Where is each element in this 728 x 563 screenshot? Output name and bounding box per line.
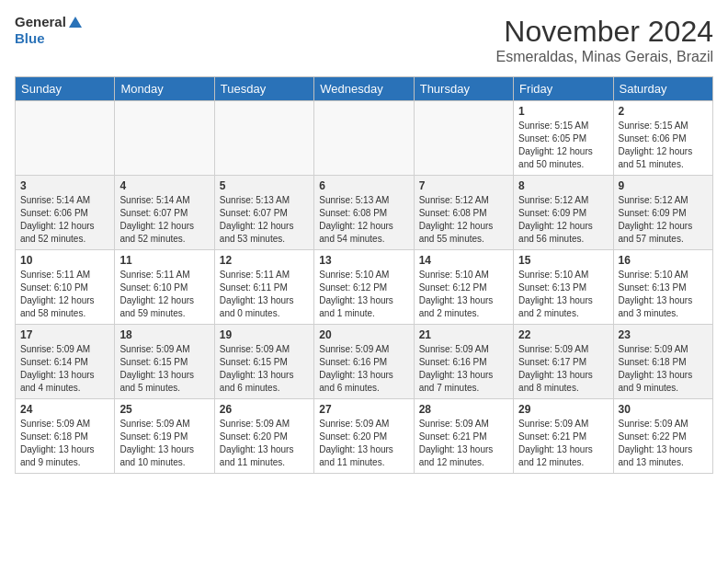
col-header-tuesday: Tuesday [214, 77, 313, 101]
day-number: 11 [119, 254, 209, 267]
calendar-cell: 14Sunrise: 5:10 AM Sunset: 6:12 PM Dayli… [414, 250, 513, 325]
logo-blue: Blue [15, 31, 84, 47]
day-number: 22 [518, 328, 608, 341]
calendar-cell [16, 101, 115, 176]
day-number: 27 [319, 403, 408, 416]
col-header-monday: Monday [115, 77, 214, 101]
calendar-cell: 20Sunrise: 5:09 AM Sunset: 6:16 PM Dayli… [314, 325, 414, 399]
day-info: Sunrise: 5:14 AM Sunset: 6:07 PM Dayligh… [119, 194, 209, 246]
day-number: 15 [518, 254, 608, 267]
day-number: 8 [518, 179, 608, 192]
logo-text: General Blue [15, 15, 84, 47]
calendar-cell [214, 101, 313, 176]
calendar-cell: 30Sunrise: 5:09 AM Sunset: 6:22 PM Dayli… [613, 399, 712, 474]
day-number: 19 [220, 328, 309, 341]
calendar-cell: 17Sunrise: 5:09 AM Sunset: 6:14 PM Dayli… [16, 325, 115, 399]
calendar-cell: 26Sunrise: 5:09 AM Sunset: 6:20 PM Dayli… [214, 399, 313, 474]
calendar-week-row: 17Sunrise: 5:09 AM Sunset: 6:14 PM Dayli… [16, 325, 713, 399]
day-info: Sunrise: 5:09 AM Sunset: 6:15 PM Dayligh… [220, 343, 309, 395]
month-title: November 2024 [495, 15, 713, 49]
calendar-cell: 25Sunrise: 5:09 AM Sunset: 6:19 PM Dayli… [115, 399, 214, 474]
day-info: Sunrise: 5:10 AM Sunset: 6:12 PM Dayligh… [319, 269, 408, 320]
calendar-cell: 3Sunrise: 5:14 AM Sunset: 6:06 PM Daylig… [16, 176, 115, 250]
day-info: Sunrise: 5:09 AM Sunset: 6:18 PM Dayligh… [20, 418, 109, 469]
calendar-cell: 28Sunrise: 5:09 AM Sunset: 6:21 PM Dayli… [414, 399, 513, 474]
day-info: Sunrise: 5:09 AM Sunset: 6:20 PM Dayligh… [319, 418, 408, 469]
day-info: Sunrise: 5:09 AM Sunset: 6:20 PM Dayligh… [220, 418, 309, 469]
calendar-cell: 27Sunrise: 5:09 AM Sunset: 6:20 PM Dayli… [314, 399, 414, 474]
day-number: 28 [419, 403, 508, 416]
calendar-table: SundayMondayTuesdayWednesdayThursdayFrid… [15, 76, 713, 474]
calendar-cell: 8Sunrise: 5:12 AM Sunset: 6:09 PM Daylig… [514, 176, 613, 250]
day-info: Sunrise: 5:15 AM Sunset: 6:06 PM Dayligh… [619, 120, 708, 171]
day-number: 12 [220, 254, 309, 267]
title-area: November 2024 Esmeraldas, Minas Gerais, … [495, 15, 713, 65]
logo-icon [67, 15, 84, 31]
calendar-cell: 10Sunrise: 5:11 AM Sunset: 6:10 PM Dayli… [16, 250, 115, 325]
day-number: 24 [20, 403, 109, 416]
day-number: 6 [319, 179, 408, 192]
calendar-cell: 11Sunrise: 5:11 AM Sunset: 6:10 PM Dayli… [115, 250, 214, 325]
day-number: 21 [419, 328, 508, 341]
day-info: Sunrise: 5:13 AM Sunset: 6:08 PM Dayligh… [319, 194, 408, 246]
svg-marker-0 [69, 17, 82, 28]
day-info: Sunrise: 5:09 AM Sunset: 6:17 PM Dayligh… [518, 343, 608, 395]
day-info: Sunrise: 5:13 AM Sunset: 6:07 PM Dayligh… [220, 194, 309, 246]
day-info: Sunrise: 5:11 AM Sunset: 6:11 PM Dayligh… [220, 269, 309, 320]
day-number: 20 [319, 328, 408, 341]
day-number: 25 [119, 403, 209, 416]
calendar-week-row: 10Sunrise: 5:11 AM Sunset: 6:10 PM Dayli… [16, 250, 713, 325]
calendar-cell: 9Sunrise: 5:12 AM Sunset: 6:09 PM Daylig… [613, 176, 712, 250]
day-number: 26 [220, 403, 309, 416]
calendar-cell [314, 101, 414, 176]
calendar-week-row: 24Sunrise: 5:09 AM Sunset: 6:18 PM Dayli… [16, 399, 713, 474]
calendar-cell: 2Sunrise: 5:15 AM Sunset: 6:06 PM Daylig… [613, 101, 712, 176]
day-info: Sunrise: 5:09 AM Sunset: 6:22 PM Dayligh… [619, 418, 708, 469]
day-number: 16 [619, 254, 708, 267]
day-info: Sunrise: 5:15 AM Sunset: 6:05 PM Dayligh… [518, 120, 608, 171]
location-subtitle: Esmeraldas, Minas Gerais, Brazil [495, 49, 713, 65]
day-number: 30 [619, 403, 708, 416]
day-number: 9 [619, 179, 708, 192]
col-header-sunday: Sunday [16, 77, 115, 101]
calendar-cell: 24Sunrise: 5:09 AM Sunset: 6:18 PM Dayli… [16, 399, 115, 474]
day-number: 17 [20, 328, 109, 341]
calendar-cell: 5Sunrise: 5:13 AM Sunset: 6:07 PM Daylig… [214, 176, 313, 250]
calendar-cell: 1Sunrise: 5:15 AM Sunset: 6:05 PM Daylig… [514, 101, 613, 176]
calendar-week-row: 1Sunrise: 5:15 AM Sunset: 6:05 PM Daylig… [16, 101, 713, 176]
day-info: Sunrise: 5:10 AM Sunset: 6:13 PM Dayligh… [619, 269, 708, 320]
header: General Blue November 2024 Esmeraldas, M… [15, 15, 713, 65]
calendar-header-row: SundayMondayTuesdayWednesdayThursdayFrid… [16, 77, 713, 101]
day-number: 7 [419, 179, 508, 192]
calendar-cell: 13Sunrise: 5:10 AM Sunset: 6:12 PM Dayli… [314, 250, 414, 325]
day-info: Sunrise: 5:09 AM Sunset: 6:16 PM Dayligh… [319, 343, 408, 395]
day-info: Sunrise: 5:12 AM Sunset: 6:08 PM Dayligh… [419, 194, 508, 246]
day-number: 23 [619, 328, 708, 341]
calendar-cell: 22Sunrise: 5:09 AM Sunset: 6:17 PM Dayli… [514, 325, 613, 399]
day-number: 29 [518, 403, 608, 416]
day-number: 3 [20, 179, 109, 192]
calendar-cell: 16Sunrise: 5:10 AM Sunset: 6:13 PM Dayli… [613, 250, 712, 325]
calendar-cell [414, 101, 513, 176]
calendar-cell: 6Sunrise: 5:13 AM Sunset: 6:08 PM Daylig… [314, 176, 414, 250]
calendar-cell: 18Sunrise: 5:09 AM Sunset: 6:15 PM Dayli… [115, 325, 214, 399]
day-info: Sunrise: 5:09 AM Sunset: 6:21 PM Dayligh… [419, 418, 508, 469]
day-number: 4 [119, 179, 209, 192]
day-number: 1 [518, 105, 608, 118]
calendar-cell [115, 101, 214, 176]
day-info: Sunrise: 5:09 AM Sunset: 6:19 PM Dayligh… [119, 418, 209, 469]
day-info: Sunrise: 5:10 AM Sunset: 6:13 PM Dayligh… [518, 269, 608, 320]
day-info: Sunrise: 5:12 AM Sunset: 6:09 PM Dayligh… [619, 194, 708, 246]
calendar-cell: 19Sunrise: 5:09 AM Sunset: 6:15 PM Dayli… [214, 325, 313, 399]
day-number: 5 [220, 179, 309, 192]
calendar-cell: 29Sunrise: 5:09 AM Sunset: 6:21 PM Dayli… [514, 399, 613, 474]
day-info: Sunrise: 5:11 AM Sunset: 6:10 PM Dayligh… [20, 269, 109, 320]
calendar-cell: 12Sunrise: 5:11 AM Sunset: 6:11 PM Dayli… [214, 250, 313, 325]
day-info: Sunrise: 5:09 AM Sunset: 6:21 PM Dayligh… [518, 418, 608, 469]
calendar-cell: 15Sunrise: 5:10 AM Sunset: 6:13 PM Dayli… [514, 250, 613, 325]
day-info: Sunrise: 5:14 AM Sunset: 6:06 PM Dayligh… [20, 194, 109, 246]
day-info: Sunrise: 5:11 AM Sunset: 6:10 PM Dayligh… [119, 269, 209, 320]
day-info: Sunrise: 5:12 AM Sunset: 6:09 PM Dayligh… [518, 194, 608, 246]
col-header-friday: Friday [514, 77, 613, 101]
day-number: 18 [119, 328, 209, 341]
